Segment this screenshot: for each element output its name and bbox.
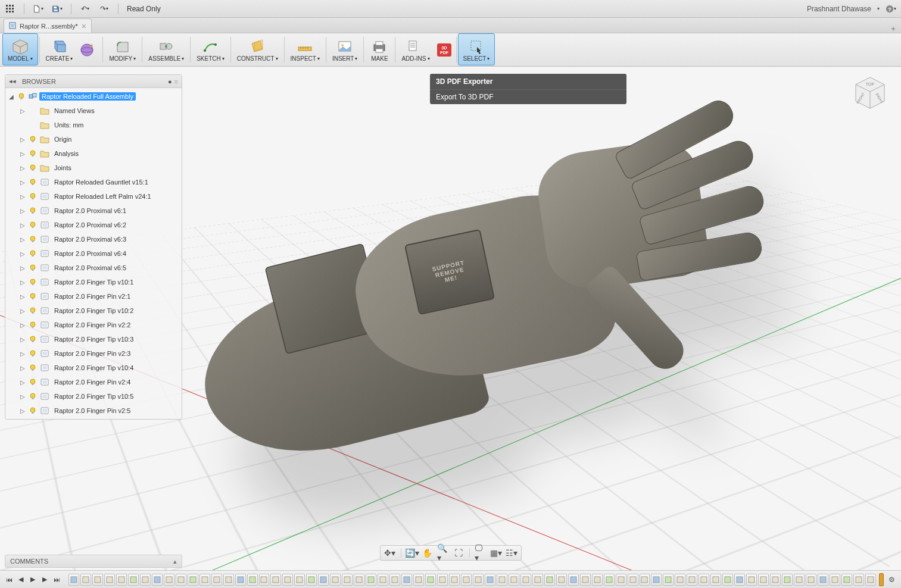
comments-expand-icon[interactable]: ▴ xyxy=(173,558,177,565)
timeline-feature[interactable] xyxy=(628,574,638,586)
document-tab[interactable]: Raptor R...ssembly* × xyxy=(4,18,92,33)
timeline-feature[interactable] xyxy=(318,574,329,586)
visibility-bulb-icon[interactable] xyxy=(28,120,38,130)
apps-grid-icon[interactable] xyxy=(5,4,15,14)
tree-row[interactable]: ▷Raptor Reloaded Gauntlet v15:1 xyxy=(5,175,182,189)
timeline-feature[interactable] xyxy=(722,574,733,586)
fit-icon[interactable]: ⛶ xyxy=(453,547,464,559)
tree-expand-arrow-icon[interactable]: ▷ xyxy=(19,136,26,143)
browser-header[interactable]: ◂◂ BROWSER ●≡ xyxy=(5,75,182,88)
timeline-feature[interactable] xyxy=(188,574,198,586)
save-icon[interactable]: ▾ xyxy=(52,4,63,14)
tree-row[interactable]: ▷Raptor 2.0 Finger Pin v2:2 xyxy=(5,318,182,332)
tree-row[interactable]: ▷Raptor 2.0 Finger Pin v2:1 xyxy=(5,289,182,304)
timeline-feature[interactable] xyxy=(663,574,674,586)
timeline-feature[interactable] xyxy=(80,574,91,586)
visibility-bulb-icon[interactable] xyxy=(28,306,38,315)
redo-icon[interactable]: ↷▾ xyxy=(99,4,110,14)
tree-root-row[interactable]: ◢ Raptor Reloaded Full Assembly xyxy=(5,89,182,104)
timeline-feature[interactable] xyxy=(497,574,507,586)
visibility-bulb-icon[interactable] xyxy=(28,363,38,373)
timeline-feature[interactable] xyxy=(437,574,448,586)
ribbon-assemble[interactable]: ASSEMBLE▾ xyxy=(144,33,189,65)
timeline-feature[interactable] xyxy=(770,574,781,586)
timeline-feature[interactable] xyxy=(140,574,151,586)
timeline-feature[interactable] xyxy=(509,574,519,586)
visibility-bulb-icon[interactable] xyxy=(28,263,38,273)
tree-row[interactable]: ▷Raptor 2.0 Finger Pin v2:4 xyxy=(5,375,182,389)
visibility-bulb-icon[interactable] xyxy=(28,163,38,173)
tree-expand-arrow-icon[interactable]: ▷ xyxy=(19,408,26,414)
timeline-feature[interactable] xyxy=(794,574,805,586)
tree-expand-arrow-icon[interactable]: ▷ xyxy=(19,208,26,214)
timeline-feature[interactable] xyxy=(544,574,555,586)
tree-expand-arrow-icon[interactable]: ▷ xyxy=(19,308,26,314)
timeline-feature[interactable] xyxy=(592,574,603,586)
tree-row[interactable]: ▷Raptor 2.0 Proximal v6:2 xyxy=(5,218,182,232)
timeline-feature[interactable] xyxy=(259,574,270,586)
timeline-marker[interactable] xyxy=(879,573,884,586)
tree-row[interactable]: ▷Raptor 2.0 Proximal v6:1 xyxy=(5,204,182,218)
timeline-feature[interactable] xyxy=(520,574,531,586)
timeline-feature[interactable] xyxy=(176,574,186,586)
tree-row[interactable]: ▷Raptor 2.0 Proximal v6:3 xyxy=(5,232,182,246)
tree-row[interactable]: ▷Raptor 2.0 Finger Tip v10:3 xyxy=(5,332,182,346)
undo-icon[interactable]: ↶▾ xyxy=(80,4,91,14)
tree-expand-arrow-icon[interactable]: ▷ xyxy=(19,251,26,257)
tree-expand-arrow-icon[interactable]: ▷ xyxy=(19,293,26,300)
ribbon-modify[interactable]: MODIFY▾ xyxy=(104,33,141,65)
tree-expand-arrow-icon[interactable]: ▷ xyxy=(19,193,26,200)
visibility-bulb-icon[interactable] xyxy=(28,292,38,301)
orbit-center-icon[interactable]: ✥▾ xyxy=(384,547,396,559)
timeline-feature[interactable] xyxy=(806,574,816,586)
timeline-feature[interactable] xyxy=(687,574,697,586)
visibility-bulb-icon[interactable] xyxy=(28,149,38,158)
tree-expand-arrow-icon[interactable]: ▷ xyxy=(19,351,26,357)
timeline-feature[interactable] xyxy=(532,574,543,586)
timeline-feature[interactable] xyxy=(449,574,460,586)
timeline-feature[interactable] xyxy=(152,574,163,586)
tab-close-icon[interactable]: × xyxy=(82,22,86,30)
timeline-feature[interactable] xyxy=(270,574,281,586)
timeline-settings-icon[interactable]: ⚙ xyxy=(886,574,897,586)
timeline-feature[interactable] xyxy=(223,574,234,586)
timeline-feature[interactable] xyxy=(461,574,472,586)
timeline-feature[interactable] xyxy=(568,574,579,586)
viewport-layout-icon[interactable]: ☷▾ xyxy=(506,547,517,559)
timeline-back-icon[interactable]: ◀ xyxy=(15,574,26,585)
ribbon-inspect[interactable]: INSPECT▾ xyxy=(286,33,325,65)
visibility-bulb-icon[interactable] xyxy=(28,334,38,344)
visibility-bulb-icon[interactable] xyxy=(28,277,38,287)
visibility-bulb-icon[interactable] xyxy=(28,135,38,144)
tree-row[interactable]: ▷Raptor 2.0 Finger Tip v10:1 xyxy=(5,275,182,289)
ribbon-addins[interactable]: ADD-INS▾ xyxy=(397,33,434,65)
tree-row[interactable]: ▷Origin xyxy=(5,132,182,146)
tree-row[interactable]: ▷Named Views xyxy=(5,104,182,118)
browser-collapse-icon[interactable]: ◂◂ xyxy=(9,77,16,85)
timeline-feature[interactable] xyxy=(818,574,828,586)
timeline-feature[interactable] xyxy=(758,574,769,586)
tree-row[interactable]: ▷Joints xyxy=(5,161,182,175)
visibility-bulb-icon[interactable] xyxy=(28,392,38,401)
timeline-feature[interactable] xyxy=(354,574,364,586)
tree-expand-arrow-icon[interactable]: ▷ xyxy=(19,322,26,329)
visibility-bulb-icon[interactable] xyxy=(28,192,38,201)
visibility-bulb-icon[interactable] xyxy=(28,106,38,115)
browser-toggle-icon[interactable]: ● xyxy=(168,78,172,85)
timeline-feature[interactable] xyxy=(473,574,484,586)
timeline-feature[interactable] xyxy=(616,574,626,586)
timeline-feature[interactable] xyxy=(651,574,662,586)
tree-row[interactable]: ▷Raptor 2.0 Finger Tip v10:5 xyxy=(5,389,182,404)
tree-row[interactable]: Units: mm xyxy=(5,118,182,132)
timeline-feature[interactable] xyxy=(675,574,685,586)
timeline-feature[interactable] xyxy=(211,574,222,586)
ribbon-make[interactable]: MAKE xyxy=(365,33,394,65)
timeline-feature[interactable] xyxy=(104,574,115,586)
grid-display-icon[interactable]: ▦▾ xyxy=(490,547,502,559)
visibility-bulb-icon[interactable] xyxy=(28,377,38,387)
visibility-bulb-icon[interactable] xyxy=(28,220,38,230)
timeline-feature[interactable] xyxy=(401,574,412,586)
tree-row[interactable]: ▷Raptor 2.0 Finger Tip v10:2 xyxy=(5,304,182,318)
tree-row[interactable]: ▷Analysis xyxy=(5,146,182,161)
tree-expand-arrow-icon[interactable]: ▷ xyxy=(19,151,26,157)
